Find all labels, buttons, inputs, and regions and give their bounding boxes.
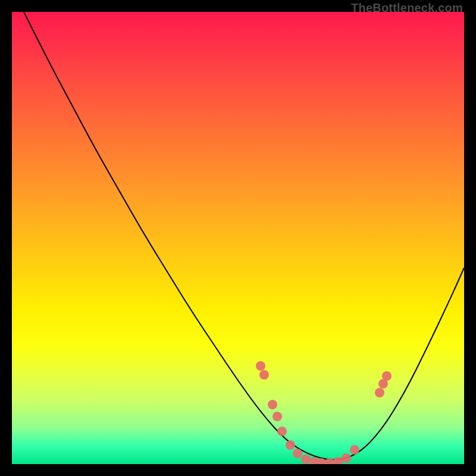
data-point: [259, 370, 269, 380]
data-point: [342, 453, 351, 463]
watermark-text: TheBottleneck.com: [351, 1, 463, 15]
data-point: [268, 400, 277, 409]
data-point: [375, 388, 384, 397]
data-point: [293, 449, 302, 458]
bottleneck-points: [256, 361, 392, 464]
data-point: [333, 457, 343, 464]
bottleneck-curve: [24, 12, 464, 460]
data-point: [382, 371, 392, 381]
data-point: [301, 455, 311, 464]
data-point: [256, 361, 265, 371]
data-point: [286, 440, 295, 450]
curve-plot: [12, 12, 464, 464]
data-point: [273, 412, 282, 421]
data-point: [277, 427, 287, 436]
data-point: [350, 445, 359, 455]
